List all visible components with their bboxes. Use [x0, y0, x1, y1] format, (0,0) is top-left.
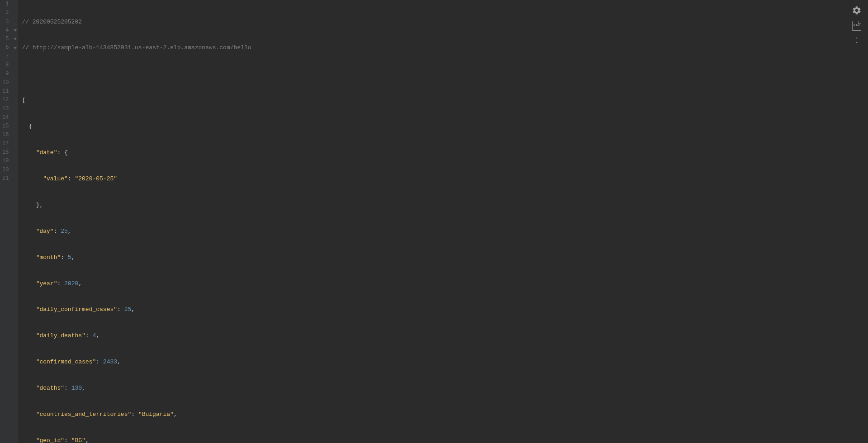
val-deaths: 130	[71, 385, 82, 391]
comment-timestamp: // 20200525205202	[22, 19, 82, 25]
open-array: [	[22, 97, 25, 104]
code-area[interactable]: // 20200525205202 // http://sample-alb-1…	[18, 0, 868, 443]
val-month: 5	[68, 254, 71, 261]
line-number: 12	[2, 96, 9, 104]
line-number: 7	[2, 52, 9, 61]
val-year: 2020	[64, 280, 78, 287]
raw-icon[interactable]: RAW	[852, 21, 862, 31]
key-daily-deaths: "daily_deaths"	[36, 332, 85, 339]
val-confirmed: 2433	[103, 358, 117, 365]
gear-icon[interactable]	[852, 5, 862, 15]
fold-toggle-icon[interactable]	[13, 35, 17, 43]
key-daily-confirmed: "daily_confirmed_cases"	[36, 306, 117, 313]
line-number: 1	[2, 0, 9, 9]
key-countries: "countries_and_territories"	[36, 411, 132, 418]
line-number: 19	[2, 157, 9, 165]
raw-label: RAW	[853, 21, 861, 30]
line-number-gutter: 123456789101112131415161718192021	[0, 0, 12, 443]
line-number: 13	[2, 105, 9, 113]
nav-chevrons	[854, 34, 860, 43]
line-number: 17	[2, 140, 9, 148]
line-number: 14	[2, 113, 9, 122]
fold-toggle-icon[interactable]	[13, 26, 17, 35]
key-day: "day"	[36, 228, 54, 235]
key-value: "value"	[43, 175, 68, 182]
line-number: 21	[2, 174, 9, 183]
line-number: 5	[2, 35, 9, 43]
key-year: "year"	[36, 280, 57, 287]
val-date-value: "2020-05-25"	[75, 175, 117, 182]
line-number: 9	[2, 70, 9, 78]
line-number: 2	[2, 9, 9, 17]
line-number: 8	[2, 61, 9, 70]
json-viewer: 123456789101112131415161718192021 // 202…	[0, 0, 868, 443]
val-geo-id: "BG"	[71, 437, 85, 443]
line-number: 18	[2, 148, 9, 157]
fold-column	[12, 0, 18, 443]
key-geo-id: "geo_id"	[36, 437, 64, 443]
key-confirmed: "confirmed_cases"	[36, 358, 96, 365]
val-daily-confirmed: 25	[124, 306, 132, 313]
comment-url: // http://sample-alb-1434852931.us-east-…	[22, 44, 251, 51]
val-countries: "Bulgaria"	[138, 411, 174, 418]
toolbar: RAW	[852, 5, 862, 43]
fold-toggle-icon[interactable]	[13, 43, 17, 52]
line-number: 3	[2, 18, 9, 26]
key-deaths: "deaths"	[36, 385, 64, 391]
line-number: 6	[2, 43, 9, 52]
chevron-up-icon[interactable]	[854, 34, 860, 39]
key-month: "month"	[36, 254, 61, 261]
val-day: 25	[61, 228, 68, 235]
line-number: 11	[2, 87, 9, 96]
line-number: 15	[2, 122, 9, 131]
chevron-down-icon[interactable]	[854, 39, 860, 43]
key-date: "date"	[36, 149, 57, 156]
line-number: 16	[2, 131, 9, 139]
open-object: {	[29, 123, 33, 130]
line-number: 20	[2, 166, 9, 174]
line-number: 4	[2, 26, 9, 35]
line-number: 10	[2, 79, 9, 87]
